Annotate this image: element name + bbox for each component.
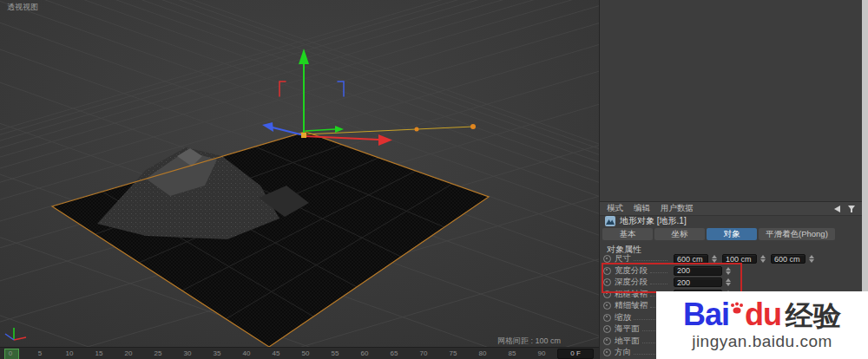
timeline-tick: 60	[361, 349, 369, 357]
timeline-tick: 30	[184, 349, 192, 357]
watermark-url: jingyan.baidu.com	[692, 332, 832, 351]
grid-spacing-label: 网格间距 : 100 cm	[497, 336, 561, 347]
tab-object[interactable]: 对象	[707, 228, 757, 240]
timeline-tick: 20	[125, 349, 133, 357]
keyframe-dot[interactable]	[603, 314, 611, 322]
timeline-tick: 5	[38, 349, 42, 357]
timeline-tick: 15	[95, 349, 103, 357]
field-value: 600 cm	[774, 255, 800, 264]
viewport-label: 透视视图	[7, 2, 38, 13]
timeline-tick: 50	[302, 349, 310, 357]
tab-coordinates[interactable]: 坐标	[654, 228, 705, 240]
timeline-tick: 35	[214, 349, 221, 357]
baidu-jingyan-watermark: Bai du 经验 jingyan.baidu.com	[656, 291, 868, 359]
baidu-logo: Bai du 经验	[683, 299, 841, 330]
timeline-tick: 85	[509, 349, 516, 357]
timeline-tick: 40	[243, 349, 251, 357]
stepper-size-1[interactable]	[760, 255, 767, 263]
keyframe-dot[interactable]	[603, 302, 611, 310]
annotation-highlight-box	[602, 263, 742, 293]
timeline-tick: 55	[332, 349, 339, 357]
keyframe-dot[interactable]	[603, 325, 611, 333]
filter-icon[interactable]	[847, 205, 856, 213]
timeline-tick: 75	[450, 349, 457, 357]
mode-item-mode[interactable]: 模式	[607, 203, 623, 214]
timeline-tick: 90	[538, 349, 546, 357]
stepper-size-2[interactable]	[809, 255, 816, 263]
keyframe-dot[interactable]	[603, 349, 611, 356]
timeline-tick: 0	[9, 349, 12, 357]
object-title: 地形对象 [地形.1]	[620, 215, 687, 227]
attribute-tabs: 基本坐标对象平滑着色(Phong)	[602, 228, 860, 240]
back-arrow-icon[interactable]	[834, 206, 840, 212]
timeline-tick: 45	[273, 349, 280, 357]
stepper-size-0[interactable]	[712, 255, 719, 263]
axis-handle-dot[interactable]	[415, 127, 419, 132]
field-size-2[interactable]: 600 cm	[771, 254, 806, 264]
timeline-tick: 10	[66, 349, 74, 357]
tab-basic[interactable]: 基本	[602, 228, 653, 240]
gizmo-center[interactable]	[301, 133, 306, 138]
viewport-canvas[interactable]	[0, 0, 599, 347]
timeline-tick: 70	[420, 349, 428, 357]
mode-item-user-data[interactable]: 用户数据	[661, 203, 694, 214]
keyframe-dot[interactable]	[603, 337, 611, 345]
timeline-tick: 80	[479, 349, 487, 357]
axis-handle-dot[interactable]	[470, 124, 476, 129]
timeline-tick: 25	[155, 349, 162, 357]
baidu-paw-icon	[730, 302, 744, 317]
terrain-object-icon	[605, 216, 615, 226]
mode-bar-icons	[834, 205, 863, 213]
c4d-window: 透视视图 网格间距 : 100 cm 051015202530354045505…	[0, 0, 868, 359]
tab-phong[interactable]: 平滑着色(Phong)	[759, 228, 835, 240]
baidu-logo-du: du	[745, 299, 781, 330]
viewport-3d[interactable]: 透视视图 网格间距 : 100 cm	[0, 0, 599, 347]
timeline-tick: 65	[391, 349, 398, 357]
mode-item-edit[interactable]: 编辑	[634, 203, 650, 214]
keyframe-dot[interactable]	[603, 255, 611, 263]
timeline-ruler[interactable]: 051015202530354045505560657075808590 0 F	[0, 347, 599, 359]
attribute-mode-bar: 模式编辑用户数据	[600, 201, 863, 216]
baidu-logo-jingyan: 经验	[786, 302, 841, 330]
object-header: 地形对象 [地形.1]	[600, 215, 863, 227]
frame-field[interactable]: 0 F	[557, 349, 594, 359]
baidu-logo-bai: Bai	[683, 299, 729, 330]
